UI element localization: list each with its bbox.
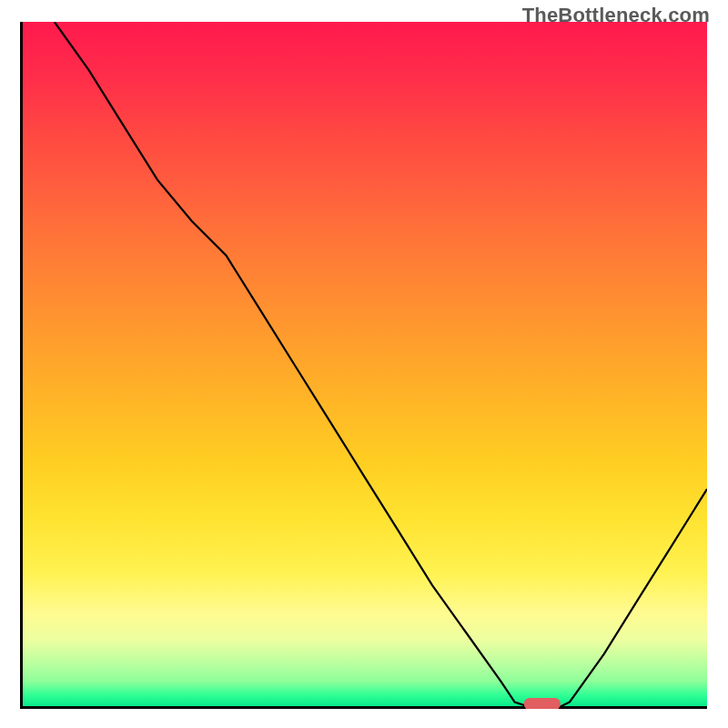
optimum-marker [524,698,561,709]
curve-svg [20,22,707,709]
chart-container: TheBottleneck.com [0,0,728,728]
watermark-text: TheBottleneck.com [522,4,710,27]
bottleneck-curve [55,22,707,709]
plot-area [20,22,707,709]
